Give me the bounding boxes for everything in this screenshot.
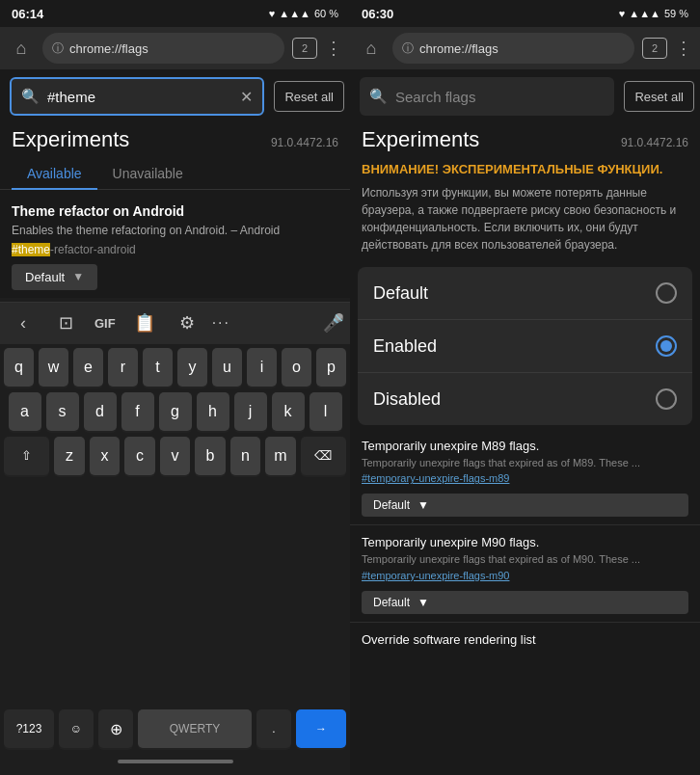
left-dropdown-btn[interactable]: Default ▼	[12, 264, 97, 290]
left-tab-unavailable[interactable]: Unavailable	[97, 158, 199, 189]
left-lock-icon: ⓘ	[52, 40, 64, 57]
kb-gif-label[interactable]: GIF	[91, 316, 120, 331]
home-bar	[0, 752, 350, 771]
right-search-placeholder[interactable]: Search flags	[395, 89, 605, 105]
key-f[interactable]: f	[121, 392, 154, 431]
key-h[interactable]: h	[197, 392, 229, 431]
right-feature-m90: Temporarily unexpire M90 flags. Temporar…	[350, 525, 700, 584]
right-warning-title: ВНИМАНИЕ! ЭКСПЕРИМЕНТАЛЬНЫЕ ФУНКЦИИ.	[350, 158, 700, 180]
key-backspace[interactable]: ⌫	[301, 437, 346, 475]
key-p[interactable]: p	[316, 348, 346, 387]
key-r[interactable]: r	[108, 348, 138, 387]
left-tab-count[interactable]: 2	[292, 38, 317, 59]
right-dropdown-m89-arrow: ▼	[417, 498, 429, 512]
key-period[interactable]: .	[256, 709, 291, 748]
left-experiments-header: Experiments 91.0.4472.16	[0, 123, 350, 158]
right-feature-m89: Temporarily unexpire M89 flags. Temporar…	[350, 429, 700, 488]
key-o[interactable]: o	[282, 348, 311, 387]
right-feature-m90-link[interactable]: #temporary-unexpire-flags-m90	[362, 570, 688, 581]
left-status-bar: 06:14 ♥ ▲▲▲ 60 %	[0, 0, 350, 27]
kb-more-icon[interactable]: ···	[212, 314, 230, 332]
right-feature-m89-link[interactable]: #temporary-unexpire-flags-m89	[362, 472, 688, 484]
key-g[interactable]: g	[159, 392, 192, 431]
key-i[interactable]: i	[247, 348, 277, 387]
radio-enabled-circle	[656, 335, 677, 357]
right-home-icon[interactable]: ⌂	[358, 39, 385, 59]
left-link-suffix: -refactor-android	[50, 243, 136, 256]
right-dropdown-m90-arrow: ▼	[417, 596, 429, 609]
left-dropdown-row: Default ▼	[12, 264, 338, 290]
left-home-icon[interactable]: ⌂	[8, 39, 35, 59]
key-lang[interactable]: ⊕	[98, 709, 133, 748]
right-reset-button[interactable]: Reset all	[624, 81, 694, 112]
left-time: 06:14	[12, 7, 43, 21]
key-nums[interactable]: ?123	[4, 709, 54, 748]
key-n[interactable]: n	[230, 437, 261, 475]
right-browser-nav: ⌂ ⓘ chrome://flags 2 ⋮	[350, 27, 700, 69]
kb-mic-icon[interactable]: 🎤	[323, 312, 344, 334]
key-u[interactable]: u	[212, 348, 242, 387]
kb-back-icon[interactable]: ‹	[6, 306, 40, 340]
kb-settings-icon[interactable]: ⚙	[170, 306, 204, 340]
right-dropdown-m90[interactable]: Default ▼	[362, 591, 688, 614]
left-menu-icon[interactable]: ⋮	[325, 38, 342, 59]
left-panel: 06:14 ♥ ▲▲▲ 60 % ⌂ ⓘ chrome://flags 2 ⋮ …	[0, 0, 350, 775]
radio-default[interactable]: Default	[358, 267, 692, 320]
signal-icon: ▲▲▲	[279, 8, 310, 19]
right-battery-text: 59 %	[664, 8, 688, 19]
key-a[interactable]: a	[9, 392, 41, 431]
key-enter[interactable]: →	[296, 709, 346, 748]
right-panel: 06:30 ♥ ▲▲▲ 59 % ⌂ ⓘ chrome://flags 2 ⋮ …	[350, 0, 700, 775]
right-address-bar[interactable]: ⓘ chrome://flags	[392, 33, 634, 64]
right-feature-m89-title: Temporarily unexpire M89 flags.	[362, 439, 688, 453]
left-url: chrome://flags	[69, 41, 148, 56]
key-k[interactable]: k	[272, 392, 305, 431]
key-m[interactable]: m	[265, 437, 296, 475]
left-clear-icon[interactable]: ✕	[240, 88, 253, 106]
left-feature-item: Theme refactor on Android Enables the th…	[0, 190, 350, 298]
radio-enabled[interactable]: Enabled	[358, 320, 692, 373]
left-search-input[interactable]: #theme	[47, 89, 232, 105]
left-tab-available[interactable]: Available	[12, 158, 97, 189]
left-search-row: 🔍 #theme ✕ Reset all	[0, 69, 350, 123]
right-feature-override: Override software rendering list	[350, 623, 700, 651]
right-tab-count[interactable]: 2	[642, 38, 667, 59]
key-d[interactable]: d	[84, 392, 117, 431]
key-s[interactable]: s	[46, 392, 79, 431]
key-v[interactable]: v	[160, 437, 191, 475]
key-y[interactable]: y	[177, 348, 207, 387]
radio-disabled[interactable]: Disabled	[358, 373, 692, 425]
left-search-bar[interactable]: 🔍 #theme ✕	[10, 77, 264, 116]
key-w[interactable]: w	[39, 348, 68, 387]
keyboard-row-1: q w e r t y u i o p	[4, 348, 346, 387]
left-experiments-version: 91.0.4472.16	[271, 136, 338, 149]
right-status-icons: ♥ ▲▲▲ 59 %	[619, 8, 688, 19]
key-l[interactable]: l	[310, 392, 342, 431]
left-keyboard: ‹ ⊡ GIF 📋 ⚙ ··· 🎤 q w e r t y u i o p	[0, 298, 350, 775]
key-b[interactable]: b	[195, 437, 226, 475]
left-search-icon: 🔍	[21, 88, 40, 105]
key-z[interactable]: z	[54, 437, 85, 475]
key-c[interactable]: c	[124, 437, 155, 475]
right-signal-icon: ▲▲▲	[629, 8, 660, 19]
key-x[interactable]: x	[90, 437, 121, 475]
key-e[interactable]: e	[73, 348, 103, 387]
key-j[interactable]: j	[234, 392, 267, 431]
right-search-bar[interactable]: 🔍 Search flags	[360, 77, 614, 116]
key-emoji[interactable]: ☺	[59, 709, 94, 748]
key-t[interactable]: t	[143, 348, 173, 387]
left-address-bar[interactable]: ⓘ chrome://flags	[42, 33, 284, 64]
key-space[interactable]: QWERTY	[138, 709, 252, 748]
right-menu-icon[interactable]: ⋮	[675, 38, 692, 59]
right-dropdown-m90-value: Default	[373, 596, 410, 609]
kb-copy-icon[interactable]: 📋	[127, 306, 162, 340]
left-reset-button[interactable]: Reset all	[274, 81, 344, 112]
kb-clipboard-icon[interactable]: ⊡	[48, 306, 83, 340]
right-dropdown-m89[interactable]: Default ▼	[362, 494, 688, 517]
radio-default-circle	[656, 282, 677, 304]
key-shift[interactable]: ⇧	[4, 437, 49, 475]
keyboard-row-3: ⇧ z x c v b n m ⌫	[4, 437, 346, 475]
right-experiments-header: Experiments 91.0.4472.16	[350, 123, 700, 158]
heart-icon: ♥	[269, 8, 276, 19]
key-q[interactable]: q	[4, 348, 34, 387]
